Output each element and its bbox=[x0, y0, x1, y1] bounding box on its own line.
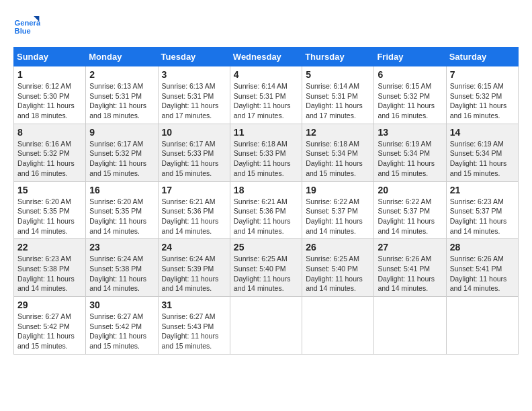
day-info: Sunrise: 6:27 AM Sunset: 5:43 PM Dayligh… bbox=[162, 312, 226, 351]
day-cell-27: 27 Sunrise: 6:26 AM Sunset: 5:41 PM Dayl… bbox=[374, 239, 446, 297]
day-number: 7 bbox=[450, 69, 515, 80]
day-number: 28 bbox=[450, 242, 515, 253]
sunrise-text: Sunrise: 6:22 AM bbox=[378, 197, 431, 205]
daylight-text: Daylight: 11 hours and 15 minutes. bbox=[378, 159, 435, 177]
sunset-text: Sunset: 5:36 PM bbox=[234, 207, 286, 215]
day-number: 2 bbox=[89, 69, 154, 80]
day-info: Sunrise: 6:23 AM Sunset: 5:37 PM Dayligh… bbox=[450, 197, 515, 236]
sunrise-text: Sunrise: 6:25 AM bbox=[306, 255, 359, 263]
sunrise-text: Sunrise: 6:25 AM bbox=[234, 255, 287, 263]
day-info: Sunrise: 6:25 AM Sunset: 5:40 PM Dayligh… bbox=[306, 254, 370, 293]
daylight-text: Daylight: 11 hours and 14 minutes. bbox=[234, 275, 291, 293]
weekday-header-tuesday: Tuesday bbox=[158, 48, 230, 66]
sunrise-text: Sunrise: 6:26 AM bbox=[378, 255, 431, 263]
day-info: Sunrise: 6:26 AM Sunset: 5:41 PM Dayligh… bbox=[450, 254, 515, 293]
day-info: Sunrise: 6:14 AM Sunset: 5:31 PM Dayligh… bbox=[234, 81, 298, 121]
day-info: Sunrise: 6:23 AM Sunset: 5:38 PM Dayligh… bbox=[17, 254, 82, 293]
empty-cell bbox=[230, 297, 302, 355]
daylight-text: Daylight: 11 hours and 14 minutes. bbox=[17, 217, 75, 235]
day-number: 21 bbox=[450, 185, 515, 195]
day-info: Sunrise: 6:24 AM Sunset: 5:39 PM Dayligh… bbox=[162, 254, 226, 293]
sunset-text: Sunset: 5:31 PM bbox=[306, 92, 358, 100]
daylight-text: Daylight: 11 hours and 15 minutes. bbox=[234, 159, 291, 177]
sunrise-text: Sunrise: 6:23 AM bbox=[17, 255, 71, 263]
day-info: Sunrise: 6:26 AM Sunset: 5:41 PM Dayligh… bbox=[378, 254, 442, 293]
day-info: Sunrise: 6:20 AM Sunset: 5:35 PM Dayligh… bbox=[17, 197, 82, 236]
day-info: Sunrise: 6:16 AM Sunset: 5:32 PM Dayligh… bbox=[17, 139, 82, 179]
sunrise-text: Sunrise: 6:18 AM bbox=[234, 140, 287, 148]
day-cell-26: 26 Sunrise: 6:25 AM Sunset: 5:40 PM Dayl… bbox=[302, 239, 374, 297]
empty-cell bbox=[374, 297, 446, 355]
day-cell-24: 24 Sunrise: 6:24 AM Sunset: 5:39 PM Dayl… bbox=[158, 239, 230, 297]
sunrise-text: Sunrise: 6:15 AM bbox=[378, 82, 431, 90]
sunrise-text: Sunrise: 6:27 AM bbox=[89, 312, 143, 320]
weekday-header-friday: Friday bbox=[374, 48, 446, 66]
day-cell-14: 14 Sunrise: 6:19 AM Sunset: 5:34 PM Dayl… bbox=[446, 124, 518, 181]
sunset-text: Sunset: 5:37 PM bbox=[306, 207, 358, 215]
day-info: Sunrise: 6:17 AM Sunset: 5:33 PM Dayligh… bbox=[162, 139, 226, 179]
day-number: 9 bbox=[89, 127, 154, 138]
day-cell-3: 3 Sunrise: 6:13 AM Sunset: 5:31 PM Dayli… bbox=[158, 66, 230, 124]
day-info: Sunrise: 6:24 AM Sunset: 5:38 PM Dayligh… bbox=[89, 254, 154, 293]
day-info: Sunrise: 6:20 AM Sunset: 5:35 PM Dayligh… bbox=[89, 197, 154, 236]
day-info: Sunrise: 6:27 AM Sunset: 5:42 PM Dayligh… bbox=[89, 312, 154, 351]
sunrise-text: Sunrise: 6:22 AM bbox=[306, 197, 359, 205]
sunset-text: Sunset: 5:42 PM bbox=[89, 322, 142, 330]
calendar-table: SundayMondayTuesdayWednesdayThursdayFrid… bbox=[13, 47, 519, 355]
sunset-text: Sunset: 5:31 PM bbox=[89, 92, 142, 100]
sunrise-text: Sunrise: 6:15 AM bbox=[450, 82, 504, 90]
day-info: Sunrise: 6:13 AM Sunset: 5:31 PM Dayligh… bbox=[162, 81, 226, 121]
sunset-text: Sunset: 5:41 PM bbox=[378, 265, 430, 273]
sunset-text: Sunset: 5:43 PM bbox=[162, 322, 214, 330]
day-number: 14 bbox=[450, 127, 515, 138]
empty-cell bbox=[302, 297, 374, 355]
day-number: 16 bbox=[89, 185, 154, 195]
weekday-header-thursday: Thursday bbox=[302, 48, 374, 66]
day-info: Sunrise: 6:12 AM Sunset: 5:30 PM Dayligh… bbox=[17, 81, 82, 121]
sunrise-text: Sunrise: 6:12 AM bbox=[17, 82, 71, 90]
day-cell-21: 21 Sunrise: 6:23 AM Sunset: 5:37 PM Dayl… bbox=[446, 181, 518, 239]
day-cell-23: 23 Sunrise: 6:24 AM Sunset: 5:38 PM Dayl… bbox=[86, 239, 158, 297]
day-cell-22: 22 Sunrise: 6:23 AM Sunset: 5:38 PM Dayl… bbox=[14, 239, 86, 297]
sunrise-text: Sunrise: 6:26 AM bbox=[450, 255, 504, 263]
day-number: 4 bbox=[234, 69, 298, 80]
day-number: 8 bbox=[17, 127, 82, 138]
day-number: 6 bbox=[378, 69, 442, 80]
sunrise-text: Sunrise: 6:14 AM bbox=[306, 82, 359, 90]
daylight-text: Daylight: 11 hours and 17 minutes. bbox=[306, 101, 363, 120]
day-number: 30 bbox=[89, 300, 154, 310]
day-cell-15: 15 Sunrise: 6:20 AM Sunset: 5:35 PM Dayl… bbox=[14, 181, 86, 239]
empty-cell bbox=[446, 297, 518, 355]
daylight-text: Daylight: 11 hours and 18 minutes. bbox=[89, 101, 146, 120]
sunrise-text: Sunrise: 6:17 AM bbox=[89, 140, 143, 148]
daylight-text: Daylight: 11 hours and 14 minutes. bbox=[162, 275, 219, 293]
sunset-text: Sunset: 5:33 PM bbox=[234, 149, 286, 157]
day-cell-28: 28 Sunrise: 6:26 AM Sunset: 5:41 PM Dayl… bbox=[446, 239, 518, 297]
day-cell-17: 17 Sunrise: 6:21 AM Sunset: 5:36 PM Dayl… bbox=[158, 181, 230, 239]
day-info: Sunrise: 6:17 AM Sunset: 5:32 PM Dayligh… bbox=[89, 139, 154, 179]
day-info: Sunrise: 6:22 AM Sunset: 5:37 PM Dayligh… bbox=[378, 197, 442, 236]
daylight-text: Daylight: 11 hours and 14 minutes. bbox=[450, 217, 507, 235]
day-cell-13: 13 Sunrise: 6:19 AM Sunset: 5:34 PM Dayl… bbox=[374, 124, 446, 181]
day-info: Sunrise: 6:25 AM Sunset: 5:40 PM Dayligh… bbox=[234, 254, 298, 293]
sunset-text: Sunset: 5:34 PM bbox=[378, 149, 430, 157]
day-number: 17 bbox=[162, 185, 226, 195]
daylight-text: Daylight: 11 hours and 17 minutes. bbox=[162, 101, 219, 120]
sunrise-text: Sunrise: 6:18 AM bbox=[306, 140, 359, 148]
sunset-text: Sunset: 5:39 PM bbox=[162, 265, 214, 273]
daylight-text: Daylight: 11 hours and 14 minutes. bbox=[306, 217, 363, 235]
daylight-text: Daylight: 11 hours and 14 minutes. bbox=[450, 275, 507, 293]
day-cell-4: 4 Sunrise: 6:14 AM Sunset: 5:31 PM Dayli… bbox=[230, 66, 302, 124]
sunset-text: Sunset: 5:33 PM bbox=[162, 149, 214, 157]
day-number: 10 bbox=[162, 127, 226, 138]
sunrise-text: Sunrise: 6:24 AM bbox=[162, 255, 216, 263]
day-number: 27 bbox=[378, 242, 442, 253]
day-number: 23 bbox=[89, 242, 154, 253]
day-info: Sunrise: 6:22 AM Sunset: 5:37 PM Dayligh… bbox=[306, 197, 370, 236]
daylight-text: Daylight: 11 hours and 14 minutes. bbox=[378, 217, 435, 235]
day-number: 19 bbox=[306, 185, 370, 195]
day-cell-7: 7 Sunrise: 6:15 AM Sunset: 5:32 PM Dayli… bbox=[446, 66, 518, 124]
sunrise-text: Sunrise: 6:16 AM bbox=[17, 140, 71, 148]
sunrise-text: Sunrise: 6:24 AM bbox=[89, 255, 143, 263]
sunrise-text: Sunrise: 6:27 AM bbox=[17, 312, 71, 320]
